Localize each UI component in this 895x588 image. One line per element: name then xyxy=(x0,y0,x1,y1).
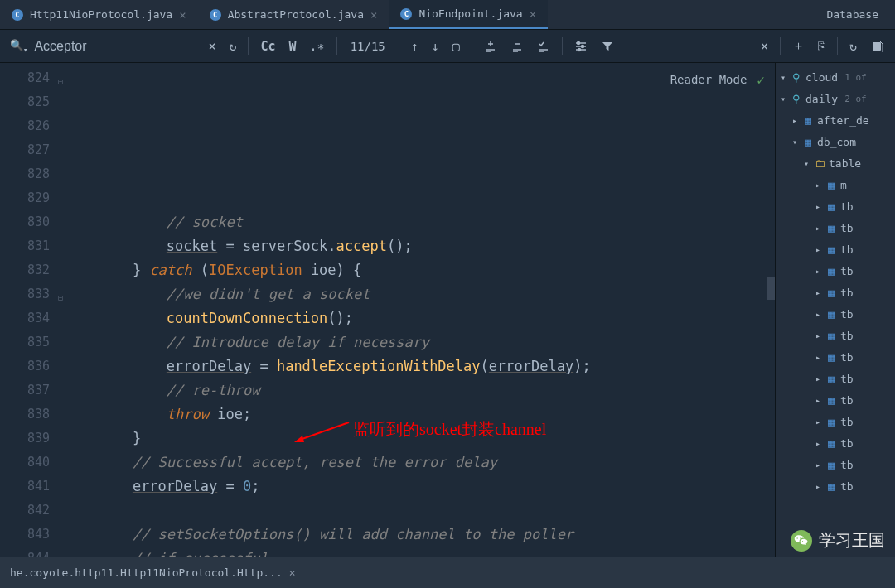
tree-item[interactable]: ▸▦tb xyxy=(776,454,895,475)
code-line[interactable]: // if successful xyxy=(65,547,775,557)
tree-item[interactable]: ▾▦db_com xyxy=(776,131,895,152)
dsrc-icon: ⚲ xyxy=(791,71,802,84)
remove-selection-button[interactable] xyxy=(506,36,529,56)
tree-item[interactable]: ▾⚲cloud1 of xyxy=(776,66,895,88)
code-line[interactable]: countDownConnection(); xyxy=(65,306,775,330)
fold-icon[interactable]: ⊟ xyxy=(58,70,63,94)
java-file-icon: C xyxy=(400,8,412,20)
tree-item[interactable]: ▸▦tb xyxy=(776,195,895,217)
chevron-icon[interactable]: ▸ xyxy=(814,202,822,211)
tbl-icon: ▦ xyxy=(825,179,837,191)
tree-item[interactable]: ▸▦tb xyxy=(776,411,895,432)
chevron-icon[interactable]: ▸ xyxy=(814,267,822,276)
whole-word-button[interactable]: W xyxy=(284,36,302,57)
code-line[interactable]: // socket xyxy=(65,210,775,234)
add-selection-button[interactable] xyxy=(479,36,502,56)
tbl-icon: ▦ xyxy=(825,330,837,342)
fold-icon[interactable]: ⊟ xyxy=(58,550,63,557)
settings-button[interactable] xyxy=(569,36,593,56)
chevron-icon[interactable]: ▸ xyxy=(814,460,822,470)
code-content[interactable]: Reader Mode ✓ 监听到的socket封装channel // soc… xyxy=(65,63,775,557)
chevron-icon[interactable]: ▾ xyxy=(779,94,787,104)
tree-item[interactable]: ▸▦tb xyxy=(776,389,895,411)
tree-item[interactable]: ▸▦tb xyxy=(776,475,895,497)
editor-tab[interactable]: CHttp11NioProtocol.java× xyxy=(0,0,198,29)
bottom-tab[interactable]: he.coyote.http11.Http11NioProtocol.Http.… xyxy=(10,566,283,579)
bottom-tab-close[interactable]: × xyxy=(289,566,296,579)
fold-icon[interactable]: ⊟ xyxy=(58,286,63,310)
close-find-button[interactable]: × xyxy=(756,36,773,57)
editor-tab[interactable]: CAbstractProtocol.java× xyxy=(198,0,389,29)
chevron-icon[interactable]: ▾ xyxy=(802,159,810,168)
code-line[interactable] xyxy=(65,499,775,523)
code-line[interactable]: //we didn't get a socket xyxy=(65,282,775,306)
clear-search-button[interactable]: × xyxy=(203,36,220,57)
code-line[interactable]: // Introduce delay if necessary xyxy=(65,330,775,354)
tree-item[interactable]: ▸▦tb xyxy=(776,368,895,389)
select-all-occurrences-button[interactable] xyxy=(532,36,555,56)
tree-item[interactable]: ▸▦after_de xyxy=(776,109,895,131)
tree-item[interactable]: ▾⚲daily2 of xyxy=(776,88,895,109)
chevron-icon[interactable]: ▸ xyxy=(814,331,822,340)
svg-point-0 xyxy=(577,41,579,44)
tree-item[interactable]: ▸▦tb xyxy=(776,260,895,282)
search-icon: 🔍▾ xyxy=(7,39,31,54)
schema-icon: ▦ xyxy=(802,114,814,127)
tree-item[interactable]: ▸▦tb xyxy=(776,217,895,239)
code-line[interactable]: errorDelay = handleExceptionWithDelay(er… xyxy=(65,354,775,378)
tree-item[interactable]: ▸▦tb xyxy=(776,325,895,346)
tbl-icon: ▦ xyxy=(825,287,837,299)
select-all-button[interactable]: ▢ xyxy=(448,36,465,57)
editor-tab[interactable]: CNioEndpoint.java× xyxy=(389,0,548,29)
match-case-button[interactable]: Cc xyxy=(255,36,280,57)
close-icon[interactable]: × xyxy=(370,8,377,22)
close-icon[interactable]: × xyxy=(179,8,186,22)
tree-item[interactable]: ▸▦tb xyxy=(776,432,895,454)
scrollbar-marker[interactable] xyxy=(767,277,775,300)
code-line[interactable]: } catch (IOException ioe) { xyxy=(65,258,775,282)
chevron-icon[interactable]: ▸ xyxy=(814,374,822,383)
chevron-icon[interactable]: ▸ xyxy=(814,245,822,254)
code-line[interactable]: socket = serverSock.accept(); xyxy=(65,234,775,258)
close-icon[interactable]: × xyxy=(530,7,536,21)
code-line[interactable]: // setSocketOptions() will add channel t… xyxy=(65,523,775,547)
db-copy-button[interactable]: ⎘ xyxy=(813,36,830,57)
chevron-icon[interactable]: ▾ xyxy=(779,73,787,82)
schema-icon: ▦ xyxy=(802,136,814,148)
java-file-icon: C xyxy=(210,9,221,21)
tree-item[interactable]: ▸▦m xyxy=(776,174,895,195)
code-line[interactable]: errorDelay = 0; xyxy=(65,475,775,499)
chevron-icon[interactable]: ▸ xyxy=(791,116,799,125)
chevron-icon[interactable]: ▸ xyxy=(814,224,822,233)
line-number: 835 xyxy=(0,330,50,354)
db-add-button[interactable]: ＋ xyxy=(787,35,810,57)
filter-button[interactable] xyxy=(596,36,619,56)
regex-button[interactable]: .∗ xyxy=(305,36,330,57)
tree-item[interactable]: ▸▦tb xyxy=(776,303,895,325)
next-match-button[interactable]: ↓ xyxy=(427,36,444,57)
db-stop-button[interactable] xyxy=(865,36,888,56)
search-input[interactable] xyxy=(34,39,200,54)
code-editor[interactable]: ⊟824825826827828829830831832⊟83383483583… xyxy=(0,63,775,557)
tbl-icon: ▦ xyxy=(825,308,837,321)
chevron-icon[interactable]: ▸ xyxy=(814,439,822,448)
rerun-search-button[interactable]: ↻ xyxy=(224,36,241,57)
tree-item[interactable]: ▸▦tb xyxy=(776,282,895,303)
tree-item[interactable]: ▾🗀table xyxy=(776,152,895,174)
chevron-icon[interactable]: ▾ xyxy=(791,137,799,147)
chevron-icon[interactable]: ▸ xyxy=(814,482,822,491)
chevron-icon[interactable]: ▸ xyxy=(814,353,822,362)
chevron-icon[interactable]: ▸ xyxy=(814,288,822,297)
chevron-icon[interactable]: ▸ xyxy=(814,417,822,427)
code-line[interactable]: // re-throw xyxy=(65,378,775,402)
tree-item[interactable]: ▸▦tb xyxy=(776,239,895,260)
chevron-icon[interactable]: ▸ xyxy=(814,396,822,405)
db-refresh-button[interactable]: ↻ xyxy=(844,36,862,57)
reader-mode-badge[interactable]: Reader Mode ✓ xyxy=(670,68,765,92)
prev-match-button[interactable]: ↑ xyxy=(406,36,423,57)
chevron-icon[interactable]: ▸ xyxy=(814,181,822,190)
tree-item[interactable]: ▸▦tb xyxy=(776,346,895,368)
code-line[interactable]: // Successful accept, reset the error de… xyxy=(65,451,775,475)
chevron-icon[interactable]: ▸ xyxy=(814,310,822,319)
database-tree[interactable]: ▾⚲cloud1 of▾⚲daily2 of▸▦after_de▾▦db_com… xyxy=(776,63,895,497)
